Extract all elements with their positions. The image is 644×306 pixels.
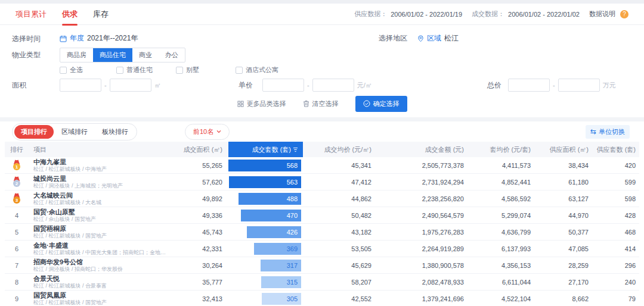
project-cell[interactable]: 招商华发9号公馆 松江 / 洞泾板块 / 招商蛇口；华发股份: [29, 257, 172, 274]
top-n-dropdown[interactable]: 前10名: [185, 124, 230, 140]
total-price-max-input[interactable]: [558, 79, 600, 92]
project-location: 松江 / 洞泾板块 / 招商蛇口；华发股份: [33, 266, 169, 272]
unit-avg-cell: 4,356,153: [470, 257, 537, 274]
type-option-office[interactable]: 办公: [159, 48, 185, 62]
deal-units-bar: 470: [241, 210, 301, 221]
checkbox-ordinary-housing[interactable]: 普通住宅: [116, 65, 153, 74]
supply-data-range: 2006/01/02 - 2022/01/19: [391, 11, 462, 18]
deal-data-label: 成交数据：: [472, 10, 504, 18]
confirm-selection-button[interactable]: 确定选择: [355, 96, 407, 112]
supply-area-cell: 8,662: [537, 291, 595, 306]
region-mode-link[interactable]: 区域: [427, 33, 441, 43]
project-location: 松江 / 松江新城板块 / 中海地产: [33, 166, 169, 172]
more-categories-button[interactable]: 更多品类选择: [237, 99, 286, 108]
rank-cell: 3: [5, 191, 29, 207]
area-min-input[interactable]: [60, 79, 101, 92]
tab-project-cumulative[interactable]: 项目累计: [16, 9, 47, 20]
col-header-avg-price[interactable]: 成交均价 (元/㎡): [303, 142, 377, 157]
supply-area-cell: 27,170: [537, 274, 595, 291]
project-cell[interactable]: 国贸梧桐原 松江 / 松江新城板块 / 国贸地产: [29, 224, 172, 241]
unit-avg-cell: 4,586,592: [470, 191, 537, 207]
unit-avg-cell: 6,137,993: [470, 241, 537, 257]
deal-units-bar: 426: [247, 226, 302, 238]
region-filter-label: 选择地区: [379, 33, 407, 43]
amount-cell: 2,238,256,820: [377, 191, 470, 207]
project-name: 金地·丰盛道: [33, 242, 169, 249]
col-header-deal-units[interactable]: 成交套数 (套): [228, 142, 303, 157]
unit-price-unit-label: 元/㎡: [357, 81, 372, 90]
checkbox-select-all[interactable]: 全选: [60, 65, 83, 74]
project-name: 城投尚云里: [33, 175, 169, 182]
deal-units-bar: 369: [254, 243, 301, 255]
rank-tab-region[interactable]: 区域排行: [55, 125, 94, 139]
avg-price-cell: 50,482: [303, 207, 377, 224]
unit-switch-button[interactable]: ⇆ 单位切换: [586, 125, 630, 139]
project-location: 松江 / 松江新城板块 / 国贸地产: [33, 233, 169, 239]
region-value[interactable]: 松江: [444, 33, 459, 43]
checkbox-villa[interactable]: 别墅: [176, 65, 199, 74]
tab-supply-demand[interactable]: 供求: [62, 9, 78, 20]
deal-area-cell: 49,892: [172, 191, 228, 207]
deal-units-bar: 305: [262, 293, 301, 305]
tab-inventory[interactable]: 库存: [93, 9, 109, 20]
project-location: 松江 / 松江新城板块 / 国贸地产: [33, 299, 169, 305]
total-price-unit-label: 万元: [603, 81, 616, 90]
col-header-supply-area[interactable]: 供应面积 (㎡): [537, 142, 595, 157]
project-name: 国贸梧桐原: [33, 225, 169, 232]
supply-units-cell: 468: [595, 224, 639, 241]
project-name: 招商华发9号公馆: [33, 258, 169, 266]
rank-tab-plate[interactable]: 板块排行: [95, 125, 135, 139]
area-unit-label: ㎡: [154, 81, 161, 90]
table-row: 2 城投尚云里 松江 / 洞泾板块 / 上海城投；光明地产 57,620 563…: [5, 174, 639, 191]
total-price-min-input[interactable]: [508, 79, 550, 92]
project-cell[interactable]: 国贸·佘山原墅 松江 / 佘山板块 / 国贸地产: [29, 207, 172, 224]
col-header-amount[interactable]: 成交金额 (元): [377, 142, 470, 157]
rank-cell: 9: [5, 291, 29, 306]
rank-cell: 5: [5, 224, 29, 241]
supply-area-cell: 63,127: [537, 191, 595, 207]
type-option-commodity[interactable]: 商品房: [60, 48, 93, 62]
rank-cell: 8: [5, 274, 29, 291]
table-row: 9 国贸凤凰原 松江 / 松江新城板块 / 国贸地产 32,413 305 42…: [5, 291, 639, 306]
project-cell[interactable]: 合景天悦 松江 / 松江新城板块 / 合景泰富: [29, 274, 172, 291]
area-max-input[interactable]: [110, 79, 151, 92]
range-dash: -: [553, 82, 555, 89]
project-cell[interactable]: 大名城映云间 松江 / 松江新城板块 / 大名城: [29, 191, 172, 207]
data-info-link[interactable]: 数据说明: [589, 10, 615, 18]
help-icon[interactable]: ?: [620, 10, 628, 18]
project-location: 松江 / 佘山板块 / 国贸地产: [33, 216, 169, 222]
project-cell[interactable]: 金地·丰盛道 松江 / 松江新城板块 / 中国光大集团；招商蛇口；金地集团: [29, 241, 172, 257]
col-header-supply-units[interactable]: 供应套数 (套): [595, 142, 639, 157]
avg-price-cell: 43,182: [303, 224, 377, 241]
rank-tab-project[interactable]: 项目排行: [14, 125, 54, 139]
supply-units-cell: 79: [595, 291, 639, 306]
type-option-residential[interactable]: 商品住宅: [93, 48, 132, 62]
time-range-value[interactable]: 2021年--2021年: [87, 33, 138, 43]
col-header-deal-area[interactable]: 成交面积 (㎡): [172, 142, 228, 157]
unit-avg-cell: 4,636,799: [470, 224, 537, 241]
checkbox-icon: [60, 67, 67, 74]
checkbox-serviced-apartment[interactable]: 酒店式公寓: [236, 65, 278, 74]
col-header-rank: 排行: [5, 142, 29, 157]
project-cell[interactable]: 国贸凤凰原 松江 / 松江新城板块 / 国贸地产: [29, 291, 172, 306]
col-header-unit-avg[interactable]: 套均价 (元/套): [470, 142, 537, 157]
time-mode-link[interactable]: 年度: [70, 33, 84, 43]
deal-units-cell: 568: [228, 157, 303, 174]
unit-price-min-input[interactable]: [262, 79, 304, 92]
deal-units-cell: 369: [228, 241, 303, 257]
data-date-ranges: 供应数据： 2006/01/02 - 2022/01/19 成交数据： 2006…: [354, 10, 628, 18]
project-name: 国贸凤凰原: [33, 292, 169, 299]
project-cell[interactable]: 中海九峯里 松江 / 松江新城板块 / 中海地产: [29, 157, 172, 174]
property-type-label: 物业类型: [12, 50, 41, 60]
area-filter-label: 面积: [12, 80, 26, 90]
project-name: 大名城映云间: [33, 192, 169, 199]
supply-units-cell: 598: [595, 191, 639, 207]
unit-price-max-input[interactable]: [312, 79, 354, 92]
project-cell[interactable]: 城投尚云里 松江 / 洞泾板块 / 上海城投；光明地产: [29, 174, 172, 191]
supply-units-cell: 599: [595, 174, 639, 191]
avg-price-cell: 45,629: [303, 257, 377, 274]
clear-selection-button[interactable]: 清空选择: [303, 99, 339, 108]
table-row: 8 合景天悦 松江 / 松江新城板块 / 合景泰富 35,777 315 58,…: [5, 274, 639, 291]
type-option-commercial[interactable]: 商业: [132, 48, 159, 62]
amount-cell: 2,490,564,579: [377, 207, 470, 224]
